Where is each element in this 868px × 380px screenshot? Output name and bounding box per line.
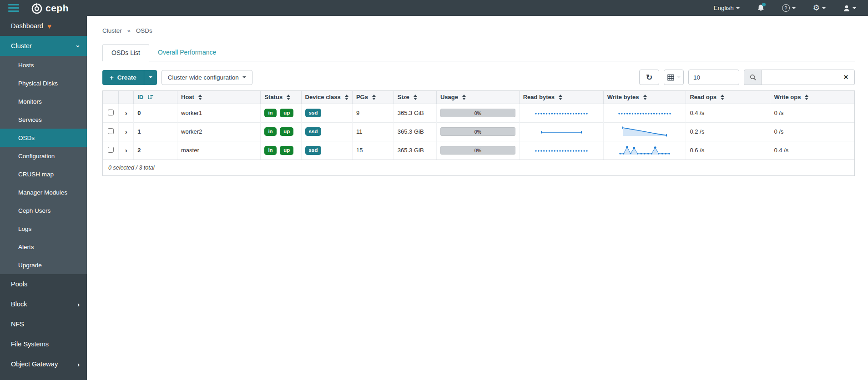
column-toggle-button[interactable] — [664, 70, 684, 85]
osd-device-class: ssd — [301, 122, 352, 141]
search-input[interactable] — [761, 70, 838, 85]
sidebar-item-osds[interactable]: OSDs — [0, 129, 87, 147]
col-header-usage[interactable]: Usage — [436, 91, 519, 104]
chevron-right-icon: › — [77, 301, 80, 308]
table-row[interactable]: › 2 master in up ssd 15 365.3 GiB 0% 0.6… — [103, 141, 854, 160]
tab-osds-list[interactable]: OSDs List — [102, 44, 149, 61]
refresh-button[interactable]: ↻ — [639, 70, 659, 85]
search-group: × — [744, 70, 855, 85]
row-select-checkbox[interactable] — [108, 128, 114, 134]
status-badge-in: in — [264, 146, 276, 155]
osd-pgs: 11 — [352, 122, 394, 141]
status-badge-up: up — [280, 146, 293, 155]
sort-icon — [721, 95, 724, 100]
chevron-right-icon: › — [77, 361, 80, 368]
plus-icon: + — [110, 74, 114, 81]
osd-host: worker1 — [177, 104, 261, 122]
col-header-id[interactable]: ID — [134, 91, 177, 104]
sidebar-item-block[interactable]: Block › — [0, 294, 87, 314]
col-header-read-bytes[interactable]: Read bytes — [519, 91, 603, 104]
breadcrumb-separator: » — [127, 27, 131, 34]
sidebar-item-file-systems[interactable]: File Systems — [0, 334, 87, 354]
sidebar-item-monitors[interactable]: Monitors — [0, 92, 87, 110]
device-class-badge: ssd — [305, 127, 322, 136]
language-label: English — [713, 5, 733, 11]
language-dropdown[interactable]: English — [713, 5, 739, 11]
sidebar-item-services[interactable]: Services — [0, 110, 87, 129]
col-header-size[interactable]: Size — [394, 91, 436, 104]
sidebar-nav: Dashboard ♥ Cluster › Hosts Physical Dis… — [0, 16, 87, 380]
device-class-badge: ssd — [305, 109, 322, 118]
create-split-button: + Create — [102, 70, 157, 85]
osd-device-class: ssd — [301, 104, 352, 122]
sidebar-item-dashboard[interactable]: Dashboard ♥ — [0, 16, 87, 36]
sidebar-item-alerts[interactable]: Alerts — [0, 238, 87, 256]
osd-host: worker2 — [177, 122, 261, 141]
clear-search-button[interactable]: × — [838, 70, 855, 85]
cluster-wide-configuration-button[interactable]: Cluster-wide configuration — [161, 70, 252, 85]
sort-icon — [462, 95, 466, 100]
sidebar-item-logs[interactable]: Logs — [0, 220, 87, 238]
create-button-label: Create — [117, 74, 136, 81]
tab-overall-performance[interactable]: Overall Performance — [149, 44, 225, 61]
write-bytes-sparkline — [603, 104, 686, 122]
hamburger-icon[interactable] — [8, 2, 19, 14]
col-header-device-class[interactable]: Device class — [301, 91, 352, 104]
sidebar-item-pools[interactable]: Pools — [0, 274, 87, 294]
selection-summary: 0 selected / 3 total — [103, 160, 854, 175]
settings-dropdown[interactable]: ⚙ — [813, 4, 826, 12]
table-row[interactable]: › 1 worker2 in up ssd 11 365.3 GiB 0% 0.… — [103, 122, 854, 141]
notifications-button[interactable] — [757, 4, 765, 12]
row-select-checkbox[interactable] — [108, 110, 114, 115]
col-header-write-ops[interactable]: Write ops — [770, 91, 854, 104]
chevron-down-icon: › — [75, 45, 82, 47]
table-grid-icon — [667, 74, 674, 81]
status-badge-up: up — [280, 109, 293, 118]
sidebar-item-nfs[interactable]: NFS — [0, 314, 87, 334]
osd-host: master — [177, 141, 261, 160]
sidebar-item-crush-map[interactable]: CRUSH map — [0, 165, 87, 183]
user-dropdown[interactable] — [843, 5, 856, 12]
chevron-down-icon — [822, 7, 826, 9]
create-dropdown-toggle[interactable] — [144, 70, 157, 85]
table-row[interactable]: › 0 worker1 in up ssd 9 365.3 GiB 0% 0.4… — [103, 104, 854, 122]
row-expand-chevron[interactable]: › — [119, 141, 134, 160]
sidebar-item-configuration[interactable]: Configuration — [0, 147, 87, 165]
col-header-write-bytes[interactable]: Write bytes — [603, 91, 686, 104]
col-header-pgs[interactable]: PGs — [352, 91, 394, 104]
sidebar-item-upgrade[interactable]: Upgrade — [0, 256, 87, 274]
sort-icon — [372, 95, 376, 100]
sort-icon — [287, 95, 290, 100]
osd-write-ops: 0 /s — [770, 122, 854, 141]
row-select-checkbox[interactable] — [108, 147, 114, 153]
sort-icon — [345, 95, 348, 100]
write-bytes-sparkline — [603, 122, 686, 141]
osds-table-container: ID Host Status Device class — [102, 90, 855, 176]
create-button[interactable]: + Create — [102, 70, 144, 85]
chevron-down-icon — [677, 76, 681, 78]
sidebar-item-ceph-users[interactable]: Ceph Users — [0, 201, 87, 220]
read-bytes-sparkline — [519, 141, 603, 160]
sidebar-item-physical-disks[interactable]: Physical Disks — [0, 74, 87, 92]
device-class-badge: ssd — [305, 146, 322, 155]
breadcrumb-cluster[interactable]: Cluster — [102, 27, 122, 34]
col-header-status[interactable]: Status — [261, 91, 301, 104]
osd-device-class: ssd — [301, 141, 352, 160]
sidebar-item-cluster[interactable]: Cluster › — [0, 36, 87, 56]
col-header-read-ops[interactable]: Read ops — [686, 91, 770, 104]
sidebar-item-hosts[interactable]: Hosts — [0, 56, 87, 74]
ceph-logo-icon — [31, 2, 43, 14]
top-navbar: ceph English ? ⚙ — [0, 0, 868, 16]
row-expand-chevron[interactable]: › — [119, 104, 134, 122]
sort-icon — [805, 95, 808, 100]
row-expand-chevron[interactable]: › — [119, 122, 134, 141]
sidebar-item-object-gateway[interactable]: Object Gateway › — [0, 354, 87, 374]
col-header-host[interactable]: Host — [177, 91, 261, 104]
breadcrumb-osds: OSDs — [136, 27, 152, 34]
help-dropdown[interactable]: ? — [782, 4, 796, 12]
page-size-input[interactable] — [688, 70, 739, 85]
osd-size: 365.3 GiB — [394, 104, 436, 122]
osd-id: 0 — [134, 104, 177, 122]
sidebar-item-manager-modules[interactable]: Manager Modules — [0, 183, 87, 201]
sidebar-item-label: Dashboard — [11, 22, 43, 30]
